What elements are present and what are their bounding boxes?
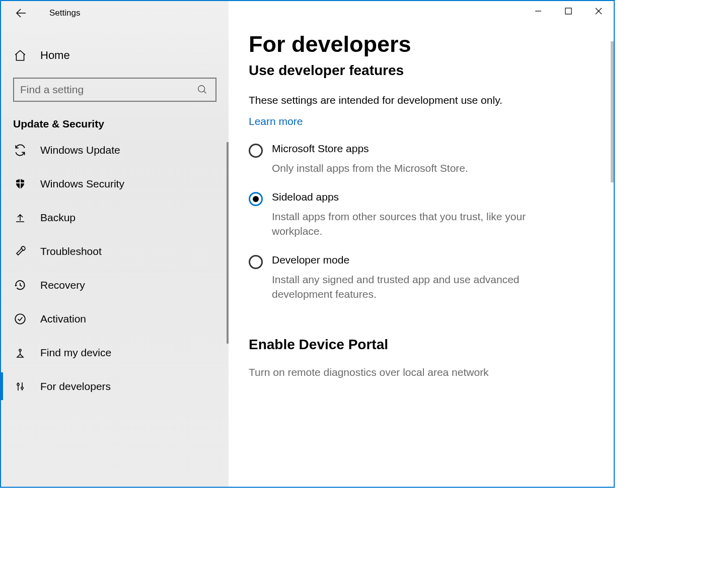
device-portal-heading: Enable Device Portal (249, 337, 594, 353)
close-button[interactable] (584, 1, 614, 21)
page-title: For developers (249, 31, 594, 57)
sidebar-item-label: Backup (40, 212, 76, 224)
radio-texts: Microsoft Store apps Only install apps f… (272, 143, 468, 175)
maximize-button[interactable] (553, 1, 584, 21)
radio-title: Microsoft Store apps (272, 143, 468, 155)
search-input[interactable] (20, 84, 195, 96)
radio-desc: Install any signed and trusted app and u… (272, 272, 534, 302)
sidebar-header: Settings (1, 1, 229, 25)
nav-list: Windows Update Windows Security Backup T… (1, 133, 229, 403)
device-portal-desc: Turn on remote diagnostics over local ar… (249, 365, 531, 379)
sidebar-item-for-developers[interactable]: For developers (1, 369, 229, 403)
sidebar-item-backup[interactable]: Backup (1, 201, 229, 234)
sidebar-item-label: For developers (40, 380, 111, 393)
history-icon (13, 278, 27, 292)
content-pane: For developers Use developer features Th… (229, 1, 614, 487)
check-circle-icon (13, 312, 27, 326)
subheader: Use developer features (249, 62, 594, 79)
search-icon (195, 83, 209, 97)
sidebar-item-troubleshoot[interactable]: Troubleshoot (1, 234, 229, 268)
backup-icon (13, 211, 27, 225)
sidebar-item-find-my-device[interactable]: Find my device (1, 336, 229, 369)
sidebar-home[interactable]: Home (1, 40, 229, 71)
sidebar-item-windows-security[interactable]: Windows Security (1, 167, 229, 201)
dev-tools-icon (13, 379, 27, 394)
svg-point-3 (15, 314, 25, 324)
radio-desc: Install apps from other sources that you… (272, 209, 534, 239)
sidebar-item-label: Troubleshoot (40, 245, 102, 257)
svg-rect-2 (20, 179, 21, 189)
intro-text: These settings are intended for developm… (249, 93, 531, 107)
radio-microsoft-store[interactable]: Microsoft Store apps Only install apps f… (249, 143, 594, 175)
svg-point-0 (198, 86, 205, 92)
home-label: Home (40, 49, 70, 62)
window-controls (523, 1, 614, 21)
svg-rect-7 (565, 8, 571, 14)
radio-texts: Developer mode Install any signed and tr… (272, 254, 534, 302)
search-box[interactable] (13, 78, 216, 102)
sidebar-item-windows-update[interactable]: Windows Update (1, 133, 229, 167)
radio-indicator (249, 255, 263, 269)
sidebar-item-label: Windows Security (40, 178, 124, 190)
radio-indicator (249, 192, 263, 206)
wrench-icon (13, 244, 27, 258)
sidebar-item-activation[interactable]: Activation (1, 302, 229, 336)
sidebar-item-label: Windows Update (40, 144, 120, 156)
home-icon (13, 48, 27, 62)
radio-texts: Sideload apps Install apps from other so… (272, 191, 534, 239)
app-title: Settings (49, 8, 80, 18)
radio-title: Developer mode (272, 254, 534, 266)
learn-more-link[interactable]: Learn more (249, 115, 303, 127)
install-source-radio-group: Microsoft Store apps Only install apps f… (249, 143, 594, 301)
svg-point-4 (19, 349, 21, 351)
svg-point-5 (17, 383, 19, 385)
sidebar-item-label: Recovery (40, 279, 85, 291)
sidebar-item-recovery[interactable]: Recovery (1, 268, 229, 302)
back-arrow-icon (14, 6, 28, 20)
minimize-button[interactable] (523, 1, 553, 21)
svg-point-6 (21, 387, 23, 389)
content-scrollbar[interactable] (611, 41, 614, 182)
location-icon (13, 346, 27, 360)
sidebar: Settings Home Update & Security Windows … (1, 1, 229, 487)
sync-icon (13, 143, 27, 157)
radio-desc: Only install apps from the Microsoft Sto… (272, 161, 468, 175)
section-title: Update & Security (13, 118, 229, 130)
back-button[interactable] (13, 5, 29, 21)
sidebar-item-label: Find my device (40, 347, 111, 359)
radio-developer-mode[interactable]: Developer mode Install any signed and tr… (249, 254, 594, 302)
radio-title: Sideload apps (272, 191, 534, 203)
radio-sideload-apps[interactable]: Sideload apps Install apps from other so… (249, 191, 594, 239)
shield-icon (13, 177, 27, 191)
sidebar-item-label: Activation (40, 313, 86, 325)
radio-indicator (249, 144, 263, 158)
